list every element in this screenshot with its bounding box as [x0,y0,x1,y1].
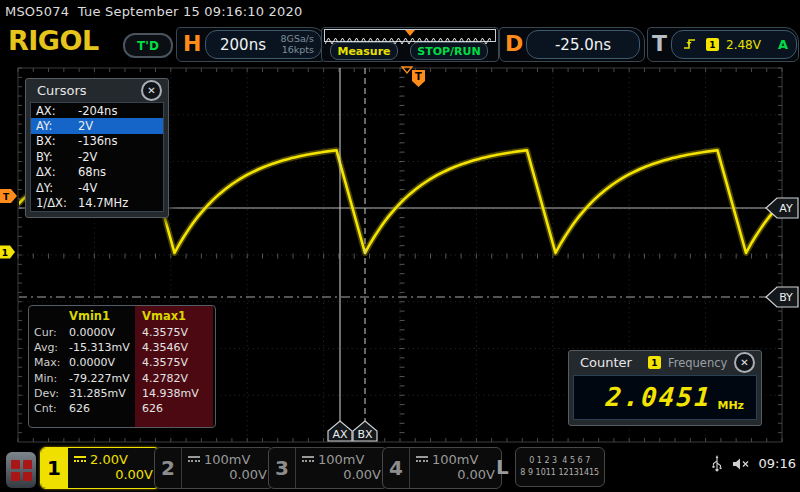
delay-box[interactable]: -25.0ns [526,30,640,59]
logic-label: L [496,455,509,479]
stat-value: 31.285mV [62,387,135,402]
stat-value: 626 [135,402,213,417]
cursor-readout-row[interactable]: BY:-2V [31,149,163,164]
vmin-header: Vmin1 [62,309,135,326]
trigger-menu[interactable]: T 1 2.48V A [647,27,799,62]
dc-coupling-icon [74,456,86,462]
trigger-position-thumb[interactable] [405,30,415,36]
delay-value[interactable]: -25.0ns [527,36,639,54]
horizontal-position-scrollbar[interactable] [324,29,496,42]
trigger-source-badge: 1 [706,38,719,51]
dc-coupling-icon [416,456,428,462]
timebase-box[interactable]: 200ns 8GSa/s16kpts [205,30,322,59]
logic-digits-row2: 8 9 1011 12131415 [520,467,599,479]
cursor-by-tag[interactable]: BY [766,287,798,307]
cursor-bx-tag[interactable]: BX [353,421,377,441]
cursor-readout-row[interactable]: ΔX:68ns [31,165,163,180]
delay-label: D [505,33,523,55]
stat-label: Min: [29,372,62,387]
trigger-position-marker[interactable]: T [402,67,425,87]
channel-4-box[interactable]: 4 100mV 0.00V [382,447,502,489]
channel-3-number: 3 [269,448,295,488]
sample-rate: 8GSa/s [281,33,314,44]
trigger-sweep-mode: A [778,37,788,52]
model-name: MSO5074 [5,4,69,19]
stat-label: Dev: [29,387,62,402]
stat-label: Avg: [29,341,62,356]
channel-4-scale: 100mV [432,452,478,467]
trigger-label: T [652,33,667,55]
trigger-slope-icon [683,37,697,51]
channel-1-number: 1 [41,448,67,488]
dc-coupling-icon [188,456,200,462]
logic-analyzer-box[interactable]: L 0 1 2 3 4 5 6 7 8 9 1011 12131415 [496,447,605,487]
stop-run-button[interactable]: STOP/RUN [410,42,488,60]
cursor-ax-tag[interactable]: AX [328,421,352,441]
stat-value: 0.0000V [62,356,135,371]
close-icon[interactable]: ✕ [734,352,755,373]
svg-text:BY: BY [779,291,793,304]
measure-run-group: Measure STOP/RUN [321,27,499,62]
y-cursor-lines[interactable] [18,208,768,297]
timebase-value[interactable]: 200ns [220,36,266,54]
channel-1-box[interactable]: 1 2.00V 0.00V [40,447,160,489]
vmin-column[interactable]: Vmin1 0.0000V -15.313mV 0.0000V -79.227m… [62,306,135,427]
oscilloscope-screen: MSO5074 Tue September 15 09:16:10 2020 A… [0,0,800,492]
counter-panel: Counter 1 Frequency ✕ 2.0451 MHz [568,350,762,426]
measurement-stats-panel: Cur: Avg: Max: Min: Dev: Cnt: Vmin1 0.00… [28,305,216,428]
horizontal-label: H [183,33,201,55]
delay-menu[interactable]: D -25.0ns [499,27,645,62]
usb-icon [711,455,723,472]
x-cursor-lines[interactable] [340,68,365,421]
acquisition-rates: 8GSa/s16kpts [281,34,314,56]
dc-coupling-icon [302,456,314,462]
rigol-logo: RIGOL [8,25,99,56]
stat-label: Max: [29,356,62,371]
trigger-box[interactable]: 1 2.48V A [671,30,797,59]
svg-text:AY: AY [779,202,793,215]
stat-value: -15.313mV [62,341,135,356]
trigger-level-value[interactable]: 2.48V [726,38,761,52]
svg-text:1: 1 [2,248,8,258]
counter-value: 2.0451 [605,382,713,412]
stat-value: 4.3575V [135,356,213,371]
cursor-readout-row[interactable]: AY:2V [31,118,163,133]
counter-title: Counter [580,355,632,370]
svg-text:AX: AX [332,428,348,441]
svg-text:T: T [415,71,422,82]
svg-text:BX: BX [357,428,373,441]
channel-2-number: 2 [155,448,181,488]
cursor-readout-row[interactable]: ΔY:-4V [31,180,163,195]
vmax-header: Vmax1 [135,309,213,326]
logic-digits-row1: 0 1 2 3 4 5 6 7 [529,455,590,467]
svg-text:T: T [3,192,10,202]
cursor-readout-list: AX:-204nsAY:2VBX:-136nsBY:-2VΔX:68nsΔY:-… [30,102,164,212]
counter-mode: Frequency [668,356,727,370]
vmax-column[interactable]: Vmax1 4.3575V 4.3546V 4.3575V 4.2782V 14… [135,306,213,427]
stat-value: -79.227mV [62,372,135,387]
quick-menu-button[interactable] [6,452,36,488]
menu-grid-icon [11,460,32,481]
trigger-level-marker[interactable]: T [0,189,17,203]
speaker-muted-icon[interactable] [732,457,750,471]
channel-1-offset-marker[interactable]: 1 [0,246,15,259]
horizontal-menu[interactable]: H 200ns 8GSa/s16kpts [176,27,326,62]
close-icon[interactable]: ✕ [141,80,162,101]
cursor-readout-row[interactable]: 1/ΔX:14.7MHz [31,195,163,210]
stat-value: 4.3575V [135,326,213,341]
channel-3-box[interactable]: 3 100mV 0.00V [268,447,388,489]
stat-value: 14.938mV [135,387,213,402]
memory-depth: 16kpts [282,44,314,55]
cursor-readout-row[interactable]: BX:-136ns [31,134,163,149]
channel-bar: 1 2.00V 0.00V 2 100mV 0.00V 3 100mV 0.00… [0,443,800,492]
channel-2-offset: 0.00V [188,467,267,483]
datetime: Tue September 15 09:16:10 2020 [78,4,303,19]
measure-button[interactable]: Measure [330,42,398,60]
channel-1-scale: 2.00V [90,452,128,467]
cursor-ay-tag[interactable]: AY [766,198,798,218]
channel-3-scale: 100mV [318,452,364,467]
cursor-readout-row[interactable]: AX:-204ns [31,103,163,118]
channel-4-number: 4 [383,448,409,488]
stat-label: Cur: [29,326,62,341]
channel-2-box[interactable]: 2 100mV 0.00V [154,447,274,489]
